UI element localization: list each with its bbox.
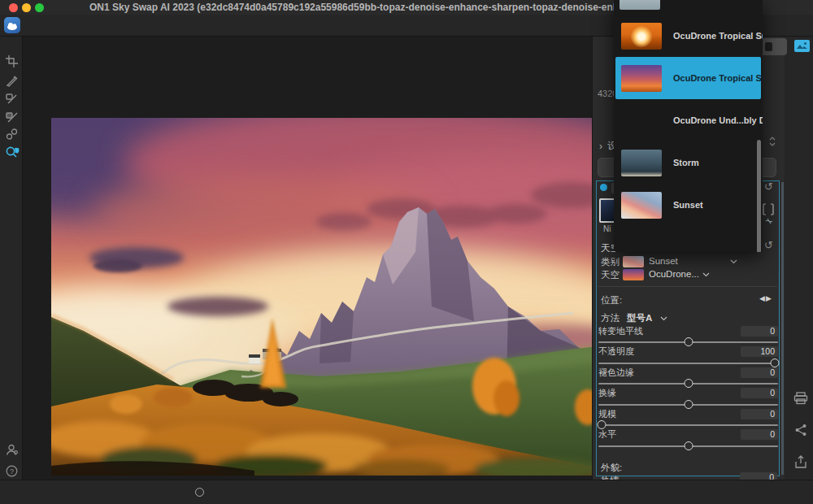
share-icon[interactable] <box>794 424 807 437</box>
sky-preset-label: Storm <box>673 158 699 167</box>
crop-tool-icon[interactable] <box>5 54 19 68</box>
slider-knob[interactable] <box>684 379 693 388</box>
sky-select-value[interactable]: OcuDrone... <box>649 269 699 279</box>
reset-sky-icon[interactable]: ↺ <box>764 240 773 250</box>
slider-knob[interactable] <box>684 441 693 450</box>
sky-preset-label: OcuDrone Und...bly Dramatic <box>673 115 763 125</box>
ai-brush-tool-icon[interactable] <box>5 74 19 88</box>
category-label: 类别 <box>601 256 620 268</box>
export-icon[interactable] <box>794 455 807 469</box>
sky-preset-thumbnail <box>621 65 662 92</box>
position-arrows-icon[interactable]: ◀▶ <box>759 294 772 302</box>
mask-chain-partial-icon[interactable] <box>765 217 773 225</box>
window-title: ON1 Sky Swap AI 2023 (e32dc8474d0a45789c… <box>89 0 656 15</box>
masking-brush-tool-icon[interactable] <box>5 92 19 106</box>
canvas-area <box>23 37 592 480</box>
slider-knob[interactable] <box>770 358 779 367</box>
slider-knob[interactable] <box>684 400 693 409</box>
reset-filter-icon[interactable]: ↺ <box>764 181 773 192</box>
sky-select-thumbnail <box>623 269 644 280</box>
slider-label: 不透明度 <box>598 345 634 358</box>
app-logo-icon <box>4 17 20 33</box>
sky-preset-thumbnail <box>621 150 662 176</box>
sky-preset-option[interactable]: Sunset <box>615 184 761 226</box>
dropdown-scrollbar-thumb[interactable] <box>757 140 761 252</box>
sky-preset-thumbnail <box>621 23 662 50</box>
panel-scrollbar[interactable] <box>781 182 784 475</box>
slider-group: 转变地平线 0 不透明度 100 褪色边缘 <box>598 325 778 450</box>
show-sky-browser-icon[interactable] <box>794 40 810 52</box>
slider-value[interactable]: 0 <box>741 409 778 419</box>
section-caret-icon: › <box>599 141 602 152</box>
sky-preset-thumbnail <box>621 107 662 134</box>
sky-preset-option[interactable]: OcuDrone Tropical Sunset <box>615 57 761 99</box>
sky-preset-thumbnail <box>621 192 662 219</box>
method-chevron-icon[interactable] <box>660 316 667 321</box>
close-window-button[interactable] <box>9 3 18 12</box>
sky-preset-option[interactable]: OcuDrone Tropical Sunrise <box>615 15 761 57</box>
slider-track[interactable] <box>598 404 778 406</box>
slider-track[interactable] <box>598 341 778 343</box>
on1-sky-swap-window: ON1 Sky Swap AI 2023 (e32dc8474d0a45789c… <box>0 0 813 504</box>
slider-track[interactable] <box>598 363 778 364</box>
zoom-pan-tool-icon[interactable] <box>5 146 19 159</box>
account-icon[interactable] <box>5 443 19 457</box>
slider-row: 换缘 0 <box>598 388 778 409</box>
print-icon[interactable] <box>793 392 808 405</box>
sky-preset-option[interactable]: OcuDrone Und...bly Dramatic <box>615 99 761 141</box>
clone-tool-icon[interactable] <box>5 128 19 141</box>
bottom-toolbar <box>0 480 813 504</box>
category-chevron-icon[interactable] <box>730 259 737 264</box>
slider-value[interactable]: 0 <box>741 388 778 398</box>
method-value[interactable]: 型号A <box>627 312 652 324</box>
landscape-photo <box>51 118 605 476</box>
slider-value[interactable]: 0 <box>741 326 778 337</box>
minimize-window-button[interactable] <box>22 3 31 12</box>
appearance-label: 外貌: <box>601 462 622 474</box>
category-thumbnail <box>623 256 644 267</box>
maximize-window-button[interactable] <box>35 3 44 12</box>
mask-tools-partial-icon[interactable] <box>763 203 774 215</box>
slider-row: 不透明度 100 <box>598 346 778 367</box>
slider-label: 水平 <box>598 428 616 441</box>
category-value[interactable]: Sunset <box>649 256 678 266</box>
position-label: 位置: <box>601 294 622 306</box>
sky-preset-dropdown: OcuDrone Tropical Sunrise OcuDrone Tropi… <box>614 0 763 252</box>
slider-label: 规模 <box>598 408 616 420</box>
photo-canvas[interactable] <box>51 118 605 476</box>
mask-opacity-knob[interactable] <box>195 488 204 497</box>
slider-row: 水平 0 <box>598 429 778 450</box>
help-icon[interactable]: ? <box>5 464 19 478</box>
hidden-button-glyph <box>765 42 772 51</box>
sky-preset-label: OcuDrone Tropical Sunrise <box>673 31 763 41</box>
section-stepper-icon[interactable] <box>769 137 776 146</box>
sky-preset-label: Sunset <box>673 200 703 210</box>
slider-value[interactable]: 0 <box>741 429 778 440</box>
slider-label: 换缘 <box>598 387 616 399</box>
slider-value[interactable]: 0 <box>741 367 778 378</box>
sky-select-label: 天空 <box>601 269 620 281</box>
sky-preset-night-label: Ni <box>603 224 611 233</box>
method-label: 方法 <box>601 312 620 324</box>
slider-value[interactable]: 100 <box>741 346 778 357</box>
svg-text:?: ? <box>10 467 14 476</box>
slider-row: 褪色边缘 0 <box>598 367 778 388</box>
divider <box>598 286 777 287</box>
slider-label: 褪色边缘 <box>598 367 634 379</box>
slider-track[interactable] <box>598 383 778 385</box>
sky-preset-label: OcuDrone Tropical Sunset <box>673 73 763 83</box>
slider-track[interactable] <box>598 445 778 447</box>
right-icon-strip <box>785 37 813 480</box>
sky-preset-option[interactable]: Storm <box>615 141 761 184</box>
refine-brush-tool-icon[interactable] <box>5 110 19 124</box>
left-tool-strip: ? <box>0 37 23 480</box>
slider-knob[interactable] <box>684 337 693 346</box>
slider-label: 转变地平线 <box>598 325 643 337</box>
slider-track[interactable] <box>598 424 778 426</box>
slider-row: 转变地平线 0 <box>598 325 778 346</box>
sky-select-chevron-icon[interactable] <box>702 272 710 277</box>
slider-row: 规模 0 <box>598 408 778 429</box>
filter-enabled-dot[interactable] <box>600 184 607 191</box>
sky-preset-partial-thumbnail <box>620 0 660 10</box>
